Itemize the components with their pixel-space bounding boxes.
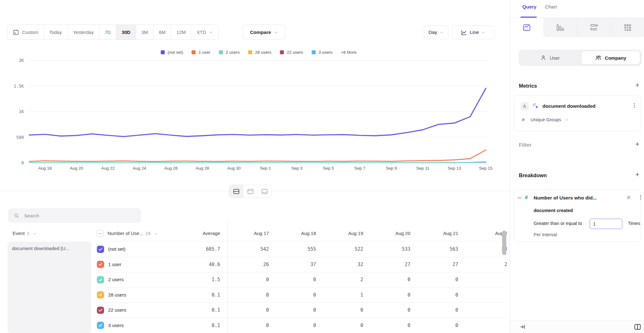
per-interval-label[interactable]: Per Interval [534, 232, 557, 237]
series-checkbox[interactable] [97, 307, 104, 314]
average-value: 1.5 [182, 272, 220, 287]
cell-value: 0 [228, 303, 269, 318]
metric-card[interactable]: A document downloaded # Unique Groups [514, 95, 641, 131]
cell-value: 0 [275, 303, 316, 318]
user-icon [540, 55, 547, 61]
cell-value: 0 [469, 303, 507, 318]
series-checkbox[interactable] [97, 246, 104, 253]
line-chart-icon [523, 24, 531, 32]
drag-handle-icon[interactable] [517, 195, 522, 201]
series-label: 3 users [108, 318, 124, 333]
series-label: 2 users [108, 272, 124, 287]
series-label: 1 user [108, 257, 121, 272]
chart-type-tabs [510, 18, 644, 37]
tab-query[interactable]: Query [522, 4, 536, 10]
breakdown-title: Breakdown [519, 172, 547, 178]
cell-value: 0 [275, 318, 316, 333]
add-metric-button[interactable]: + [633, 81, 641, 89]
cell-value: 0 [417, 303, 458, 318]
condition-unit: Times [628, 221, 640, 226]
analytics-app: CustomTodayYesterday7D30D3M6M12MXTD Comp… [0, 0, 644, 333]
frozen-column-divider [227, 221, 228, 333]
cell-value: 0 [469, 272, 507, 287]
cell-value: 0 [228, 287, 269, 303]
breakdown-event-name[interactable]: document created [534, 208, 573, 213]
cell-value: 28 [469, 257, 507, 272]
chevron-down-icon [565, 118, 569, 122]
tab-chart[interactable]: Chart [545, 4, 557, 10]
chart-type-tab-bar-chart[interactable] [543, 18, 577, 37]
add-breakdown-button[interactable]: + [633, 171, 641, 179]
cell-value: 555 [275, 242, 316, 257]
cell-value: 37 [275, 257, 316, 272]
table-row: 22 users0.1000000 [0, 303, 507, 318]
table-scrollbar[interactable] [502, 231, 506, 255]
split-panel-icon[interactable] [634, 323, 641, 331]
collapse-panel-icon[interactable] [519, 324, 526, 330]
scope-option-company[interactable]: Company [581, 51, 640, 64]
kebab-menu-icon[interactable] [637, 194, 644, 200]
series-checkbox[interactable] [97, 261, 104, 268]
cell-value: 0 [369, 272, 410, 287]
cell-value: 533 [369, 242, 410, 257]
cell-value: 32 [322, 257, 363, 272]
aggregation-symbol: # [522, 117, 525, 122]
series-checkbox[interactable] [97, 276, 104, 283]
cell-value: 0 [228, 318, 269, 333]
cell-value: 1 [322, 287, 363, 303]
breakdown-card-title[interactable]: Number of Users who did... [534, 195, 597, 201]
aggregation-dropdown[interactable]: Unique Groups [530, 117, 569, 122]
series-label: (not set) [108, 242, 125, 257]
number-property-icon: # [525, 194, 528, 201]
cell-value: 0 [417, 318, 458, 333]
metric-event-name[interactable]: document downloaded [542, 103, 596, 109]
metrics-title: Metrics [519, 83, 537, 89]
panel-footer [510, 320, 644, 333]
table-row: (not set)605.7542555522533563530 [0, 242, 507, 257]
cell-value: 0 [369, 287, 410, 303]
table-row: 3 users0.1000000 [0, 318, 507, 333]
cell-value: 0 [275, 272, 316, 287]
event-sparkle-icon [532, 103, 540, 110]
cell-value: 530 [469, 242, 507, 257]
chart-type-tab-grid-dots[interactable] [611, 18, 644, 37]
series-checkbox[interactable] [97, 291, 104, 298]
condition-value-input[interactable] [590, 219, 622, 229]
cell-value: 0 [275, 287, 316, 303]
table-row: 2 users1.5002000 [0, 272, 507, 287]
cell-value: 0 [417, 287, 458, 303]
average-value: 0.1 [182, 287, 220, 303]
cell-value: 27 [417, 257, 458, 272]
average-value: 40.6 [182, 257, 220, 272]
cell-value: 0 [322, 318, 363, 333]
average-value: 605.7 [182, 242, 220, 257]
flow-icon [590, 24, 598, 32]
cell-value: 0 [322, 303, 363, 318]
series-label: 22 users [108, 303, 126, 318]
kebab-menu-icon[interactable] [631, 102, 637, 109]
cell-value: 0 [228, 272, 269, 287]
chart-type-tab-line-chart[interactable] [510, 18, 543, 37]
metric-badge: A [520, 102, 529, 110]
filter-title: Filter [519, 142, 531, 148]
cell-value: 563 [417, 242, 458, 257]
average-value: 0.1 [182, 318, 220, 333]
close-icon[interactable] [626, 195, 631, 200]
chart-type-tab-flow[interactable] [577, 18, 611, 37]
cell-value: 26 [228, 257, 269, 272]
condition-label[interactable]: Greater than or equal to [534, 221, 582, 226]
cell-value: 0 [369, 303, 410, 318]
add-filter-button[interactable]: + [633, 140, 641, 148]
scope-toggle: User Company [519, 50, 642, 66]
cell-value: 27 [369, 257, 410, 272]
query-panel: Query Chart User Company Metrics + A doc… [510, 0, 644, 333]
bar-chart-icon [556, 24, 564, 32]
average-value: 0.1 [182, 303, 220, 318]
grid-dots-icon [624, 24, 632, 32]
breakdown-card[interactable]: # Number of Users who did... document cr… [514, 189, 641, 242]
series-checkbox[interactable] [97, 322, 104, 329]
cell-value: 2 [322, 272, 363, 287]
company-icon [595, 55, 602, 61]
scope-option-user[interactable]: User [519, 50, 581, 66]
cell-value: 0 [369, 318, 410, 333]
